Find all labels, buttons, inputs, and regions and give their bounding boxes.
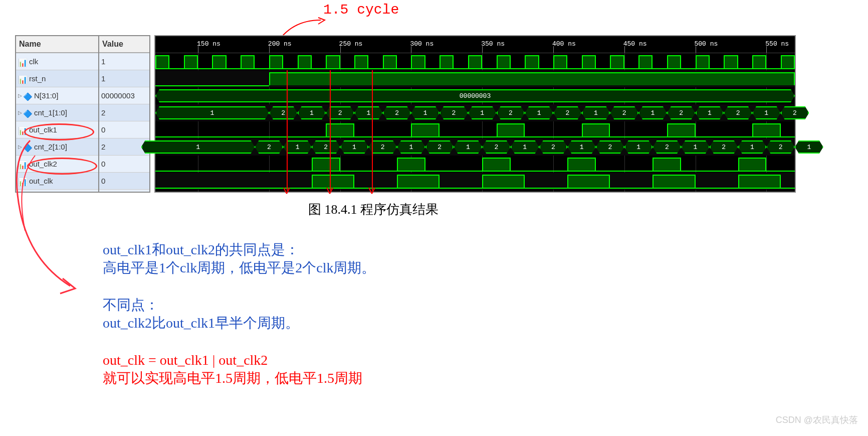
signal-value-panel: Value 1 1 00000003 2 0 2 0 0 [99,35,150,193]
wave-outclk2 [155,156,795,173]
expand-icon[interactable]: ▷ [18,144,22,150]
expand-icon[interactable]: ▷ [18,110,22,115]
value-row: 1 [99,70,149,87]
signal-label: rst_n [29,74,46,83]
waveform-viewer: Name 📊clk 📊rst_n ▷🔷N[31:0] ▷🔷cnt_1[1:0] … [15,35,794,193]
value-row: 0 [99,156,149,173]
marker-line [287,70,288,191]
signal-row-outclk2[interactable]: 📊out_clk2 [16,156,98,173]
signal-icon: 📊 [18,178,27,185]
text-line: out_clk1和out_clk2的共同点是： [103,241,375,259]
signal-label: cnt_2[1:0] [34,142,67,151]
signal-label: out_clk [29,177,53,185]
signal-icon: 📊 [18,75,27,82]
bus-icon: 🔷 [23,92,32,99]
marker-line [372,70,373,191]
wave-cnt1-bus: 12121212121212121212 [155,104,795,121]
waveform-canvas[interactable]: 150 ns200 ns250 ns300 ns350 ns400 ns450 … [154,35,796,193]
wave-rst-n [155,70,795,87]
value-row: 1 [99,53,149,70]
value-row: 00000003 [99,87,149,104]
signal-row-rst-n[interactable]: 📊rst_n [16,70,98,87]
bus-icon: 🔷 [23,109,32,116]
explanation-common: out_clk1和out_clk2的共同点是： 高电平是1个clk周期，低电平是… [103,241,375,277]
signal-label: clk [29,57,38,66]
value-row: 2 [99,104,149,121]
signal-name-panel: Name 📊clk 📊rst_n ▷🔷N[31:0] ▷🔷cnt_1[1:0] … [15,35,99,193]
explanation-diff: 不同点： out_clk2比out_clk1早半个周期。 [103,296,299,333]
signal-row-outclk1[interactable]: 📊out_clk1 [16,121,98,138]
signal-row-n[interactable]: ▷🔷N[31:0] [16,87,98,104]
wave-cnt2-bus: 121212121212121212121 [155,138,795,156]
cycle-annotation: 1.5 cycle [323,2,399,18]
value-header: Value [99,36,149,53]
signal-icon: 📊 [18,161,27,168]
wave-n-bus: 00000003 [155,87,795,104]
time-ruler: 150 ns200 ns250 ns300 ns350 ns400 ns450 … [155,36,795,53]
signal-row-outclk[interactable]: 📊out_clk [16,173,98,190]
expand-icon[interactable]: ▷ [18,93,22,98]
signal-label: out_clk1 [29,125,57,134]
name-header: Name [16,36,98,53]
wave-outclk1 [155,121,795,138]
explanation-formula: out_clk = out_clk1 | out_clk2 就可以实现高电平1.… [103,351,362,388]
signal-label: N[31:0] [34,91,58,100]
figure-caption: 图 18.4.1 程序仿真结果 [308,201,439,218]
bus-icon: 🔷 [23,143,32,151]
signal-label: out_clk2 [29,160,57,168]
text-line: 高电平是1个clk周期，低电平是2个clk周期。 [103,259,375,277]
value-row: 0 [99,173,149,190]
text-line: out_clk = out_clk1 | out_clk2 [103,351,362,369]
signal-icon: 📊 [18,126,27,133]
wave-clk [155,53,795,70]
signal-label: cnt_1[1:0] [34,108,67,117]
signal-row-clk[interactable]: 📊clk [16,53,98,70]
signal-icon: 📊 [18,58,27,65]
watermark: CSDN @农民真快落 [776,414,858,426]
value-row: 0 [99,121,149,138]
text-line: out_clk2比out_clk1早半个周期。 [103,314,299,332]
wave-outclk [155,173,795,190]
text-line: 就可以实现高电平1.5周期，低电平1.5周期 [103,369,362,387]
signal-row-cnt1[interactable]: ▷🔷cnt_1[1:0] [16,104,98,121]
marker-line [330,70,331,191]
signal-row-cnt2[interactable]: ▷🔷cnt_2[1:0] [16,138,98,156]
text-line: 不同点： [103,296,299,314]
